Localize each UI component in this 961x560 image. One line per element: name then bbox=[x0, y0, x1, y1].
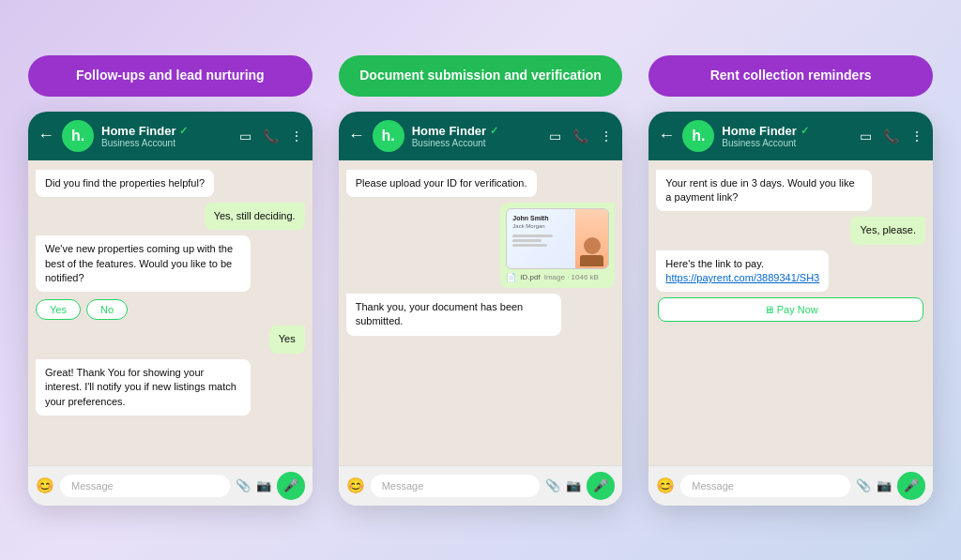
pdf-icon: 📄 bbox=[506, 273, 516, 282]
more-icon-2[interactable]: ⋮ bbox=[600, 129, 613, 144]
id-pdf-row: 📄 ID.pdf Image · 1046 kB bbox=[506, 273, 609, 282]
wa-header-3: ← h. Home Finder ✓ Business Account ▭ 📞 … bbox=[648, 112, 933, 160]
id-line-1 bbox=[512, 235, 553, 237]
attach-icon-2[interactable]: 📎 bbox=[545, 478, 560, 492]
video-icon-3[interactable]: ▭ bbox=[860, 129, 872, 144]
back-icon-3[interactable]: ← bbox=[658, 126, 675, 145]
emoji-icon-2[interactable]: 😊 bbox=[346, 477, 365, 494]
column-2: Document submission and verification ← h… bbox=[339, 55, 623, 506]
chat-area-2: Please upload your ID for verification. … bbox=[339, 160, 623, 465]
chat-area-3: Your rent is due in 3 days. Would you li… bbox=[648, 160, 933, 465]
wa-header-1: ← h. Home Finder ✓ Business Account ▭ 📞 … bbox=[28, 112, 313, 160]
wa-header-2: ← h. Home Finder ✓ Business Account ▭ 📞 … bbox=[339, 112, 623, 160]
message-input-2[interactable]: Message bbox=[371, 475, 541, 497]
column-1: Follow-ups and lead nurturing ← h. Home … bbox=[28, 55, 313, 506]
pay-now-button[interactable]: 🖥 Pay Now bbox=[658, 297, 923, 322]
id-card-sub: Jack Morgan bbox=[512, 223, 570, 229]
camera-icon-3[interactable]: 📷 bbox=[877, 478, 892, 492]
header-icons-1: ▭ 📞 ⋮ bbox=[239, 129, 303, 144]
video-icon-1[interactable]: ▭ bbox=[239, 129, 252, 144]
msg-1-1: Did you find the properties helpful? bbox=[36, 170, 214, 197]
avatar-2: h. bbox=[373, 120, 404, 152]
pdf-filename: ID.pdf bbox=[520, 273, 540, 281]
phone-2: ← h. Home Finder ✓ Business Account ▭ 📞 … bbox=[339, 112, 623, 506]
pdf-size: Image · 1046 kB bbox=[544, 273, 599, 281]
message-input-3[interactable]: Message bbox=[680, 475, 850, 497]
wa-footer-2: 😊 Message 📎 📷 🎤 bbox=[339, 465, 623, 506]
pill-1: Follow-ups and lead nurturing bbox=[28, 55, 313, 97]
verified-icon-2: ✓ bbox=[490, 125, 498, 137]
pill-2: Document submission and verification bbox=[339, 55, 623, 97]
emoji-icon-1[interactable]: 😊 bbox=[36, 477, 54, 494]
phone-icon-3[interactable]: 📞 bbox=[883, 129, 899, 144]
footer-icons-2: 📎 📷 bbox=[545, 478, 581, 492]
contact-subtitle-2: Business Account bbox=[412, 138, 542, 148]
mic-button-1[interactable]: 🎤 bbox=[277, 472, 305, 500]
more-icon-1[interactable]: ⋮ bbox=[290, 129, 303, 144]
attach-icon-1[interactable]: 📎 bbox=[236, 478, 251, 492]
id-photo-head bbox=[584, 237, 601, 254]
id-card-bubble: John Smith Jack Morgan bbox=[500, 203, 615, 288]
wa-footer-3: 😊 Message 📎 📷 🎤 bbox=[648, 465, 933, 506]
more-icon-3[interactable]: ⋮ bbox=[910, 129, 923, 144]
msg-1-4: Yes bbox=[269, 325, 305, 353]
id-line-3 bbox=[512, 244, 547, 247]
id-card-lines bbox=[512, 235, 570, 247]
message-input-1[interactable]: Message bbox=[60, 475, 230, 497]
msg-1-3: We've new properties coming up with the … bbox=[36, 235, 251, 292]
phone-1: ← h. Home Finder ✓ Business Account ▭ 📞 … bbox=[28, 112, 313, 506]
qr-no-1[interactable]: No bbox=[86, 299, 128, 320]
msg-2-1: Please upload your ID for verification. bbox=[346, 170, 537, 197]
header-icons-3: ▭ 📞 ⋮ bbox=[860, 129, 923, 144]
video-icon-2[interactable]: ▭ bbox=[549, 129, 561, 144]
qr-yes-1[interactable]: Yes bbox=[36, 299, 81, 320]
contact-subtitle-1: Business Account bbox=[101, 138, 232, 148]
quick-replies-1: Yes No bbox=[36, 299, 128, 320]
verified-icon-3: ✓ bbox=[801, 125, 809, 137]
msg-1-2: Yes, still deciding. bbox=[205, 203, 305, 230]
phone-icon-2[interactable]: 📞 bbox=[572, 129, 588, 144]
msg-1-5: Great! Thank You for showing your intere… bbox=[36, 359, 251, 416]
back-icon-2[interactable]: ← bbox=[348, 126, 365, 145]
footer-icons-1: 📎 📷 bbox=[236, 478, 271, 492]
phone-icon-1[interactable]: 📞 bbox=[263, 129, 279, 144]
id-card-image: John Smith Jack Morgan bbox=[506, 208, 609, 269]
chat-area-1: Did you find the properties helpful? Yes… bbox=[28, 160, 313, 465]
title-block-2: Home Finder ✓ Business Account bbox=[412, 124, 542, 148]
mic-button-2[interactable]: 🎤 bbox=[587, 472, 615, 500]
contact-name-3: Home Finder ✓ bbox=[722, 124, 852, 138]
back-icon-1[interactable]: ← bbox=[38, 126, 54, 145]
main-container: Follow-ups and lead nurturing ← h. Home … bbox=[0, 37, 961, 524]
payment-link[interactable]: https://payrent.com/3889341/SH3 bbox=[665, 272, 819, 283]
msg-3-3: Here's the link to pay. https://payrent.… bbox=[656, 250, 829, 293]
contact-subtitle-3: Business Account bbox=[722, 138, 852, 148]
header-icons-2: ▭ 📞 ⋮ bbox=[549, 129, 613, 144]
footer-icons-3: 📎 📷 bbox=[856, 478, 892, 492]
msg-3-2: Yes, please. bbox=[850, 217, 925, 244]
id-photo bbox=[575, 209, 608, 268]
title-block-3: Home Finder ✓ Business Account bbox=[722, 124, 852, 148]
id-card-name: John Smith bbox=[512, 215, 570, 221]
avatar-3: h. bbox=[682, 120, 714, 152]
camera-icon-1[interactable]: 📷 bbox=[256, 478, 271, 492]
id-card-left: John Smith Jack Morgan bbox=[507, 209, 575, 268]
contact-name-2: Home Finder ✓ bbox=[412, 124, 542, 138]
phone-3: ← h. Home Finder ✓ Business Account ▭ 📞 … bbox=[648, 112, 933, 506]
contact-name-1: Home Finder ✓ bbox=[101, 124, 232, 138]
pill-3: Rent collection reminders bbox=[648, 55, 933, 97]
avatar-1: h. bbox=[62, 120, 94, 152]
column-3: Rent collection reminders ← h. Home Find… bbox=[648, 55, 933, 506]
mic-button-3[interactable]: 🎤 bbox=[897, 472, 925, 500]
id-photo-body bbox=[580, 255, 603, 266]
title-block-1: Home Finder ✓ Business Account bbox=[101, 124, 232, 148]
emoji-icon-3[interactable]: 😊 bbox=[656, 477, 675, 494]
wa-footer-1: 😊 Message 📎 📷 🎤 bbox=[28, 465, 313, 506]
camera-icon-2[interactable]: 📷 bbox=[566, 478, 581, 492]
verified-icon-1: ✓ bbox=[179, 125, 188, 137]
msg-3-1: Your rent is due in 3 days. Would you li… bbox=[656, 170, 871, 212]
attach-icon-3[interactable]: 📎 bbox=[856, 478, 871, 492]
msg-2-2: Thank you, your document has been submit… bbox=[346, 294, 561, 336]
id-line-2 bbox=[512, 239, 542, 242]
